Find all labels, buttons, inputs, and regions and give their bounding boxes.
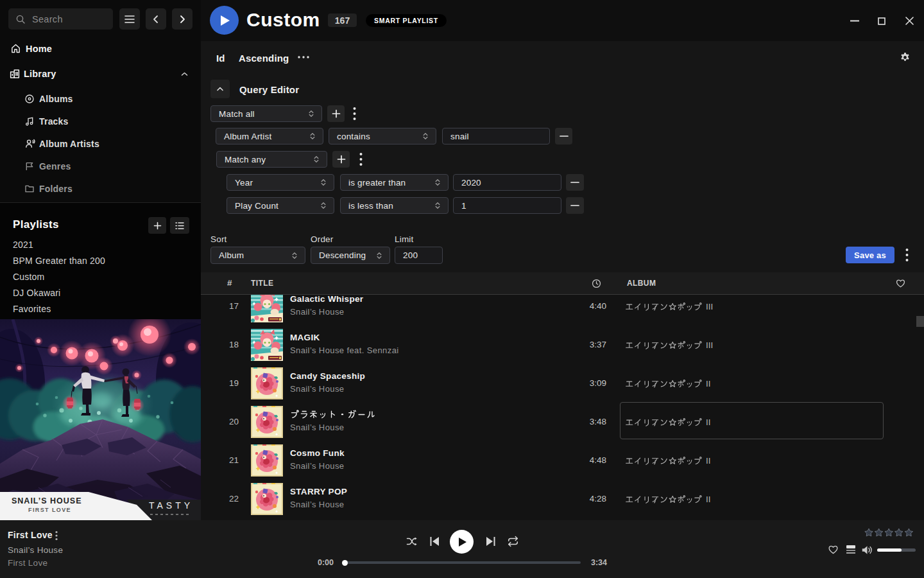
svg-text:FIRST LOVE: FIRST LOVE [28, 507, 71, 513]
svg-text:TASTY: TASTY [149, 500, 193, 511]
svg-text:SNAIL’S HOUSE: SNAIL’S HOUSE [12, 496, 82, 505]
